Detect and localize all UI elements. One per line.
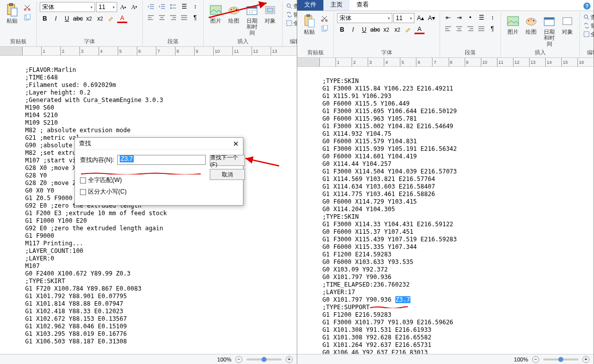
highlight-button-r[interactable]	[403, 25, 413, 34]
match-case-checkbox[interactable]: 区分大小写(C)	[80, 188, 206, 196]
doc-line: G0 F6000 X115.335 Y107.344	[322, 243, 593, 251]
bold-button[interactable]: B	[40, 14, 50, 23]
copy-button-r[interactable]	[319, 24, 329, 33]
line-spacing-button[interactable]: ↕	[190, 2, 200, 11]
underline-button[interactable]: U	[62, 14, 72, 23]
doc-line: G0 F6000 X115.37 Y107.451	[322, 228, 593, 236]
paragraph-marks-button[interactable]: ¶	[190, 13, 200, 22]
dialog-titlebar[interactable]: 查找 ✕	[75, 138, 243, 150]
insert-object-button-r[interactable]: 对象	[558, 13, 576, 36]
zoom-out-button[interactable]: −	[235, 356, 242, 363]
font-color-button[interactable]: A	[117, 14, 127, 23]
line-spacing-button-r[interactable]: ↕	[487, 13, 497, 22]
picture-icon	[209, 3, 223, 17]
align-center-button[interactable]	[157, 13, 167, 22]
paint-icon	[227, 3, 241, 17]
italic-button-r[interactable]: I	[348, 25, 358, 34]
zoom-slider[interactable]	[246, 358, 282, 360]
tab-file[interactable]: 文件	[297, 0, 323, 11]
insert-paint-button-r[interactable]: 绘图	[522, 13, 540, 36]
decrease-indent-button[interactable]	[146, 2, 156, 11]
svg-point-37	[584, 15, 587, 19]
doc-line: G1 X114.775 Y103.461 E216.58826	[322, 191, 593, 198]
font-family-select-r[interactable]: 宋体▾	[337, 13, 392, 23]
insert-datetime-button[interactable]: 日期和时间	[243, 2, 261, 37]
insert-datetime-button-r[interactable]: 日期和时间	[540, 13, 558, 48]
paste-button-r[interactable]: 粘贴	[300, 13, 318, 36]
grow-font-button[interactable]: A▴	[118, 3, 128, 12]
align-justify-button[interactable]	[179, 13, 189, 22]
align-left-button[interactable]	[146, 13, 156, 22]
bullets-button[interactable]	[168, 2, 178, 11]
font-size-select[interactable]: 11▾	[96, 2, 117, 12]
doc-line: G1 F1200 E216.59283	[322, 311, 593, 319]
font-size-select-r[interactable]: 11▾	[393, 13, 414, 23]
help-icon[interactable]: ?	[580, 2, 593, 11]
font-color-button-r[interactable]: A	[414, 25, 425, 34]
increase-indent-button[interactable]	[157, 2, 167, 11]
insert-paint-button[interactable]: 绘图	[225, 2, 243, 25]
zoom-in-button-r[interactable]: +	[582, 356, 589, 363]
align-left-button-r[interactable]	[443, 24, 453, 33]
selectall-button-r[interactable]: 全选	[583, 30, 595, 38]
cut-button[interactable]	[22, 3, 32, 12]
bold-button-r[interactable]: B	[337, 25, 347, 34]
align-right-button[interactable]	[168, 13, 178, 22]
shrink-font-button[interactable]: A▾	[129, 3, 139, 12]
svg-rect-20	[287, 21, 292, 26]
decrease-indent-button-r[interactable]: ⇤	[443, 13, 453, 22]
zoom-out-button-r[interactable]: −	[532, 356, 539, 363]
dialog-close-button[interactable]: ✕	[233, 140, 239, 148]
underline-button-r[interactable]: U	[359, 25, 369, 34]
align-center-button-r[interactable]	[454, 24, 464, 33]
paragraph-marks-button-r[interactable]: ¶	[487, 24, 497, 33]
doc-line: ;LAYER_COUNT:100	[25, 247, 297, 255]
highlight-button[interactable]	[106, 14, 116, 23]
left-pane: 粘贴 剪贴板 宋体▾ 11▾ A▴	[0, 0, 297, 364]
numbering-button-r[interactable]: ☰	[476, 13, 486, 22]
zoom-slider-r[interactable]	[543, 358, 578, 360]
cut-button-r[interactable]	[319, 14, 329, 23]
insert-object-button[interactable]: 对象	[261, 2, 279, 25]
document-area-left[interactable]: ;FLAVOR:Marlin;TIME:648;Filament used: 0…	[0, 56, 297, 364]
strike-button-r[interactable]: abc	[370, 25, 380, 34]
ruler-left[interactable]: 12345678910111213	[0, 47, 297, 56]
find-button-r[interactable]: 查找	[583, 13, 595, 21]
shrink-font-button-r[interactable]: A▾	[427, 14, 437, 23]
ribbon-left: 粘贴 剪贴板 宋体▾ 11▾ A▴	[0, 0, 297, 47]
find-input[interactable]: Z3.7	[117, 155, 206, 165]
subscript-button[interactable]: x2	[84, 14, 94, 23]
whole-word-checkbox[interactable]: 全字匹配(W)	[80, 176, 206, 185]
svg-rect-2	[11, 8, 17, 16]
document-area-right[interactable]: ;TYPE:SKING1 F3000 X115.84 Y106.223 E216…	[297, 67, 593, 364]
insert-picture-button-r[interactable]: 图片	[504, 13, 522, 36]
align-right-button-r[interactable]	[465, 24, 475, 33]
superscript-button[interactable]: x2	[95, 14, 105, 23]
increase-indent-button-r[interactable]: ⇥	[454, 13, 464, 22]
numbering-button[interactable]: ☰	[179, 2, 189, 11]
ruler-right[interactable]: 12345678910111213141516	[297, 58, 593, 67]
replace-button-r[interactable]: 替换	[583, 22, 595, 30]
italic-button[interactable]: I	[51, 14, 61, 23]
tab-home[interactable]: 主页	[323, 0, 350, 11]
superscript-button-r[interactable]: x2	[392, 25, 402, 34]
tab-view[interactable]: 查看	[350, 0, 376, 11]
group-insert: 图片 绘图 日期和时间 对象	[204, 1, 283, 46]
zoom-in-button[interactable]: +	[286, 356, 293, 363]
paste-icon	[302, 14, 316, 28]
find-next-button[interactable]: 查找下一个(F)	[210, 155, 245, 166]
subscript-button-r[interactable]: x2	[381, 25, 391, 34]
doc-line: G92 E0 ;zero the extruded length again	[25, 225, 297, 232]
font-family-select[interactable]: 宋体▾	[40, 2, 95, 12]
status-bar-left: 100% − +	[0, 354, 297, 364]
insert-picture-button[interactable]: 图片	[207, 2, 225, 25]
strike-button[interactable]: abc	[73, 14, 83, 23]
paste-button[interactable]: 粘贴	[3, 2, 21, 25]
cancel-button[interactable]: 取消	[210, 169, 245, 180]
svg-point-10	[212, 8, 214, 10]
copy-button[interactable]	[22, 13, 32, 22]
bullets-button-r[interactable]: •	[465, 13, 475, 22]
align-justify-button-r[interactable]	[476, 24, 486, 33]
grow-font-button-r[interactable]: A▴	[415, 14, 426, 23]
status-bar-right: 100% − +	[297, 354, 593, 364]
